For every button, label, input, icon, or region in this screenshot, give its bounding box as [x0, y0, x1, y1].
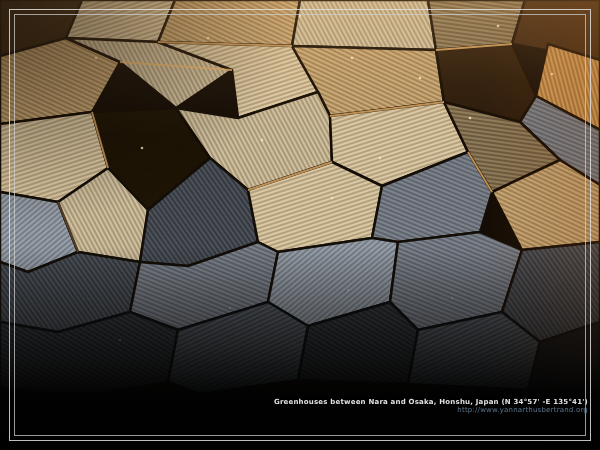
shadow-overlay-bottom — [0, 0, 600, 450]
aerial-photo — [0, 0, 600, 450]
caption-url: http://www.yannarthusbertrand.org — [274, 407, 588, 414]
wallpaper: Greenhouses between Nara and Osaka, Hons… — [0, 0, 600, 450]
photo-caption: Greenhouses between Nara and Osaka, Hons… — [274, 399, 588, 414]
